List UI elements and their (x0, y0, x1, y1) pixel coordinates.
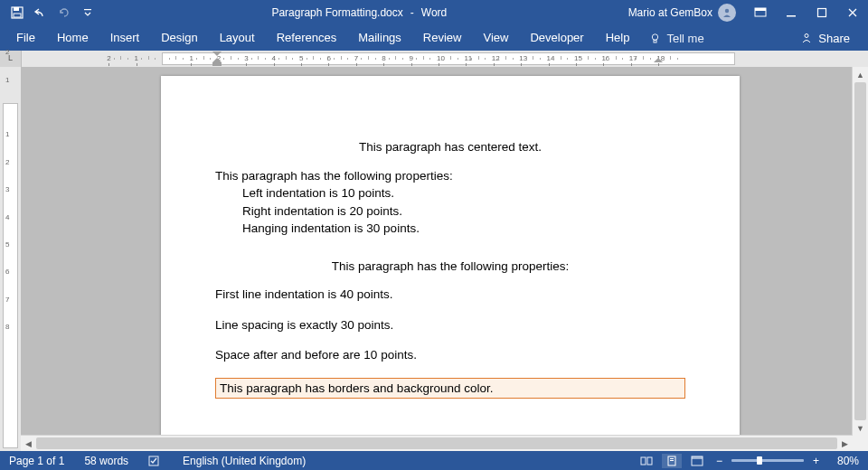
window-title: Paragraph Formatting.docx - Word (99, 6, 619, 19)
tab-references[interactable]: References (266, 25, 347, 51)
horizontal-ruler-row: L 21123456789101112131415161718 (0, 51, 868, 67)
svg-point-9 (653, 33, 658, 39)
web-layout-button[interactable] (687, 454, 707, 468)
status-language[interactable]: English (United Kingdom) (183, 455, 306, 467)
tab-developer[interactable]: Developer (519, 25, 594, 51)
scroll-right-icon[interactable]: ▶ (837, 436, 853, 451)
minimize-button[interactable] (776, 0, 807, 25)
scroll-left-icon[interactable]: ◀ (21, 436, 36, 451)
svg-rect-17 (670, 460, 674, 461)
document-name: Paragraph Formatting.docx (271, 6, 402, 19)
svg-rect-16 (670, 458, 674, 459)
quick-access-toolbar (0, 0, 99, 25)
document-page[interactable]: This paragraph has centered text. This p… (161, 76, 740, 436)
editor-area: L 21123456789101112131415161718 21123456… (0, 51, 868, 451)
svg-rect-19 (692, 456, 703, 459)
spellcheck-icon[interactable] (148, 455, 163, 467)
status-words[interactable]: 58 words (84, 455, 128, 467)
title-right: Mario at GemBox (619, 0, 868, 25)
tab-layout[interactable]: Layout (209, 25, 266, 51)
tab-insert[interactable]: Insert (99, 25, 151, 51)
paragraph-right-indent[interactable]: Right indentation is 20 points. (242, 203, 685, 220)
paragraph-props1-title[interactable]: This paragraph has the following propert… (215, 168, 685, 184)
tell-me-label: Tell me (666, 32, 703, 45)
horizontal-scroll-thumb[interactable] (36, 437, 837, 449)
ribbon-tabs: File Home Insert Design Layout Reference… (0, 25, 868, 51)
status-bar: Page 1 of 1 58 words English (United Kin… (0, 451, 868, 470)
status-right: − + 80% (637, 454, 859, 468)
zoom-slider[interactable] (731, 459, 804, 462)
right-indent-marker[interactable] (654, 52, 663, 66)
user-account[interactable]: Mario at GemBox (619, 4, 745, 22)
save-button[interactable] (5, 0, 29, 25)
paragraph-hanging-indent[interactable]: Hanging indentation is 30 points. (242, 221, 685, 237)
paragraph-left-indent[interactable]: Left indentation is 10 points. (242, 185, 685, 202)
vertical-ruler[interactable]: 2112345678 (0, 67, 21, 451)
tab-review[interactable]: Review (412, 25, 473, 51)
scroll-up-icon[interactable]: ▲ (853, 67, 868, 82)
svg-rect-14 (647, 457, 652, 465)
tab-view[interactable]: View (472, 25, 519, 51)
hanging-indent-marker[interactable] (212, 52, 222, 66)
page-content[interactable]: This paragraph has centered text. This p… (161, 76, 740, 399)
avatar-icon (718, 4, 736, 22)
tab-mailings[interactable]: Mailings (347, 25, 412, 51)
paragraph-centered[interactable]: This paragraph has centered text. (215, 139, 685, 155)
tab-home[interactable]: Home (46, 25, 99, 51)
qat-customize-button[interactable] (76, 0, 99, 25)
title-bar: Paragraph Formatting.docx - Word Mario a… (0, 0, 868, 25)
tab-help[interactable]: Help (595, 25, 641, 51)
scroll-corner (853, 436, 868, 451)
zoom-level[interactable]: 80% (828, 455, 859, 467)
zoom-out-button[interactable]: − (712, 455, 726, 467)
tab-design[interactable]: Design (150, 25, 208, 51)
maximize-button[interactable] (807, 0, 837, 25)
undo-button[interactable] (29, 0, 52, 25)
share-button[interactable]: Share (788, 32, 863, 45)
window-controls (745, 0, 868, 25)
editor-body: 2112345678 This paragraph has centered t… (0, 67, 868, 451)
tell-me-search[interactable]: Tell me (640, 32, 712, 45)
tab-file[interactable]: File (5, 25, 46, 51)
document-viewport[interactable]: This paragraph has centered text. This p… (21, 67, 853, 436)
svg-rect-2 (14, 14, 21, 17)
zoom-in-button[interactable]: + (809, 455, 823, 467)
ribbon-display-button[interactable] (745, 0, 776, 25)
share-label: Share (818, 32, 850, 45)
svg-rect-13 (641, 457, 646, 465)
share-icon (800, 32, 813, 44)
scroll-down-icon[interactable]: ▼ (853, 420, 868, 436)
title-separator: - (410, 6, 414, 19)
svg-rect-6 (755, 8, 766, 11)
ruler-corner-tab-selector[interactable]: L (0, 51, 22, 68)
paragraph-bordered[interactable]: This paragraph has borders and backgroun… (215, 378, 685, 400)
horizontal-ruler[interactable]: 21123456789101112131415161718 (22, 51, 853, 67)
svg-point-11 (805, 34, 808, 38)
svg-rect-10 (654, 40, 656, 42)
close-button[interactable] (837, 0, 868, 25)
vertical-scroll-thumb[interactable] (854, 82, 866, 420)
paragraph-line-spacing[interactable]: Line spacing is exactly 30 points. (215, 317, 685, 334)
app-name: Word (421, 6, 447, 19)
svg-rect-7 (787, 15, 796, 17)
paragraph-props2-title[interactable]: This paragraph has the following propert… (215, 258, 685, 275)
user-name: Mario at GemBox (628, 6, 712, 19)
document-scroll-area: This paragraph has centered text. This p… (21, 67, 868, 451)
status-page[interactable]: Page 1 of 1 (9, 455, 64, 467)
paragraph-first-line[interactable]: First line indentation is 40 points. (215, 287, 685, 303)
print-layout-button[interactable] (662, 454, 682, 468)
svg-rect-8 (818, 9, 826, 17)
redo-button[interactable] (52, 0, 76, 25)
vertical-scrollbar[interactable]: ▲ ▼ (852, 67, 868, 436)
svg-point-4 (725, 9, 729, 13)
paragraph-space-before-after[interactable]: Space after and before are 10 points. (215, 347, 685, 363)
svg-rect-3 (84, 9, 91, 10)
zoom-slider-thumb[interactable] (757, 456, 762, 465)
horizontal-scrollbar[interactable]: ◀ ▶ (21, 435, 853, 451)
svg-rect-1 (14, 7, 19, 11)
read-mode-button[interactable] (637, 454, 656, 468)
lightbulb-icon (649, 33, 661, 44)
